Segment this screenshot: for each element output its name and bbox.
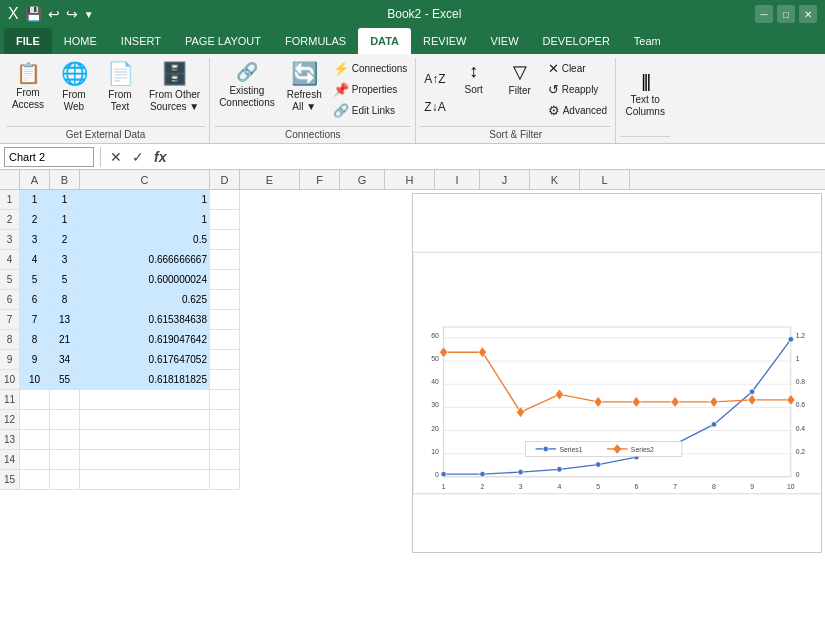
cell-d1[interactable] [210, 190, 240, 210]
redo-icon[interactable]: ↪ [66, 6, 78, 22]
cell-b10[interactable]: 55 [50, 370, 80, 390]
minimize-button[interactable]: ─ [755, 5, 773, 23]
col-header-c[interactable]: C [80, 170, 210, 189]
cell-c1[interactable]: 1 [80, 190, 210, 210]
sort-button[interactable]: ↕ Sort [452, 58, 496, 124]
cell-d9[interactable] [210, 350, 240, 370]
col-header-f[interactable]: F [300, 170, 340, 189]
cell-d5[interactable] [210, 270, 240, 290]
tab-data[interactable]: DATA [358, 28, 411, 54]
tab-home[interactable]: HOME [52, 28, 109, 54]
cell-b6[interactable]: 8 [50, 290, 80, 310]
cell-b3[interactable]: 2 [50, 230, 80, 250]
cell-a2[interactable]: 2 [20, 210, 50, 230]
col-header-j[interactable]: J [480, 170, 530, 189]
cell-a4[interactable]: 4 [20, 250, 50, 270]
fx-button[interactable]: fx [151, 149, 169, 165]
cell-a1[interactable]: 1 [20, 190, 50, 210]
cell-c6[interactable]: 0.625 [80, 290, 210, 310]
tab-formulas[interactable]: FORMULAS [273, 28, 358, 54]
edit-links-button[interactable]: 🔗 Edit Links [329, 100, 412, 120]
cell-b13[interactable] [50, 430, 80, 450]
col-header-h[interactable]: H [385, 170, 435, 189]
cell-d11[interactable] [210, 390, 240, 410]
undo-icon[interactable]: ↩ [48, 6, 60, 22]
cell-c2[interactable]: 1 [80, 210, 210, 230]
cell-b14[interactable] [50, 450, 80, 470]
cell-a11[interactable] [20, 390, 50, 410]
advanced-button[interactable]: ⚙ Advanced [544, 100, 611, 120]
filter-button[interactable]: ▽ Filter [498, 58, 542, 124]
enter-button[interactable]: ✓ [129, 149, 147, 165]
col-header-l[interactable]: L [580, 170, 630, 189]
cell-c11[interactable] [80, 390, 210, 410]
cell-a10[interactable]: 10 [20, 370, 50, 390]
cancel-button[interactable]: ✕ [107, 149, 125, 165]
cell-a13[interactable] [20, 430, 50, 450]
close-button[interactable]: ✕ [799, 5, 817, 23]
cell-a14[interactable] [20, 450, 50, 470]
existing-connections-button[interactable]: 🔗 ExistingConnections [214, 58, 280, 124]
cell-b12[interactable] [50, 410, 80, 430]
from-text-button[interactable]: 📄 FromText [98, 58, 142, 124]
cell-a12[interactable] [20, 410, 50, 430]
tab-view[interactable]: VIEW [478, 28, 530, 54]
cell-d14[interactable] [210, 450, 240, 470]
tab-file[interactable]: FILE [4, 28, 52, 54]
cell-a7[interactable]: 7 [20, 310, 50, 330]
cell-a8[interactable]: 8 [20, 330, 50, 350]
refresh-all-button[interactable]: 🔄 RefreshAll ▼ [282, 58, 327, 124]
cell-b9[interactable]: 34 [50, 350, 80, 370]
cell-c8[interactable]: 0.619047642 [80, 330, 210, 350]
cell-b5[interactable]: 5 [50, 270, 80, 290]
col-header-d[interactable]: D [210, 170, 240, 189]
col-header-k[interactable]: K [530, 170, 580, 189]
cell-b7[interactable]: 13 [50, 310, 80, 330]
maximize-button[interactable]: □ [777, 5, 795, 23]
cell-d2[interactable] [210, 210, 240, 230]
cell-b1[interactable]: 1 [50, 190, 80, 210]
cell-c4[interactable]: 0.666666667 [80, 250, 210, 270]
tab-review[interactable]: REVIEW [411, 28, 478, 54]
from-web-button[interactable]: 🌐 FromWeb [52, 58, 96, 124]
col-header-i[interactable]: I [435, 170, 480, 189]
text-to-columns-button[interactable]: ||| Text toColumns [620, 68, 670, 134]
cell-b15[interactable] [50, 470, 80, 490]
tab-developer[interactable]: DEVELOPER [531, 28, 622, 54]
cell-a6[interactable]: 6 [20, 290, 50, 310]
tab-team[interactable]: Team [622, 28, 673, 54]
properties-button[interactable]: 📌 Properties [329, 79, 412, 99]
name-box[interactable]: Chart 2 [4, 147, 94, 167]
cell-a5[interactable]: 5 [20, 270, 50, 290]
cell-c5[interactable]: 0.600000024 [80, 270, 210, 290]
sort-az-button[interactable]: A↑Z [420, 66, 449, 92]
clear-button[interactable]: ✕ Clear [544, 58, 611, 78]
chart-area[interactable]: 0 10 20 30 40 50 60 0 0.4 0.6 0.8 1 1.2 … [412, 193, 823, 553]
cell-d8[interactable] [210, 330, 240, 350]
cell-c14[interactable] [80, 450, 210, 470]
col-header-a[interactable]: A [20, 170, 50, 189]
cell-c13[interactable] [80, 430, 210, 450]
from-other-sources-button[interactable]: 🗄️ From OtherSources ▼ [144, 58, 205, 124]
cell-a3[interactable]: 3 [20, 230, 50, 250]
cell-c12[interactable] [80, 410, 210, 430]
from-access-button[interactable]: 📋 FromAccess [6, 58, 50, 124]
cell-b2[interactable]: 1 [50, 210, 80, 230]
cell-a15[interactable] [20, 470, 50, 490]
cell-b8[interactable]: 21 [50, 330, 80, 350]
cell-c3[interactable]: 0.5 [80, 230, 210, 250]
cell-d10[interactable] [210, 370, 240, 390]
cell-d12[interactable] [210, 410, 240, 430]
cell-c9[interactable]: 0.617647052 [80, 350, 210, 370]
col-header-g[interactable]: G [340, 170, 385, 189]
cell-b11[interactable] [50, 390, 80, 410]
cell-d6[interactable] [210, 290, 240, 310]
cell-d3[interactable] [210, 230, 240, 250]
connections-button[interactable]: ⚡ Connections [329, 58, 412, 78]
cell-d7[interactable] [210, 310, 240, 330]
reapply-button[interactable]: ↺ Reapply [544, 79, 611, 99]
cell-c7[interactable]: 0.615384638 [80, 310, 210, 330]
col-header-e[interactable]: E [240, 170, 300, 189]
sort-za-button[interactable]: Z↓A [420, 94, 449, 120]
cell-d15[interactable] [210, 470, 240, 490]
